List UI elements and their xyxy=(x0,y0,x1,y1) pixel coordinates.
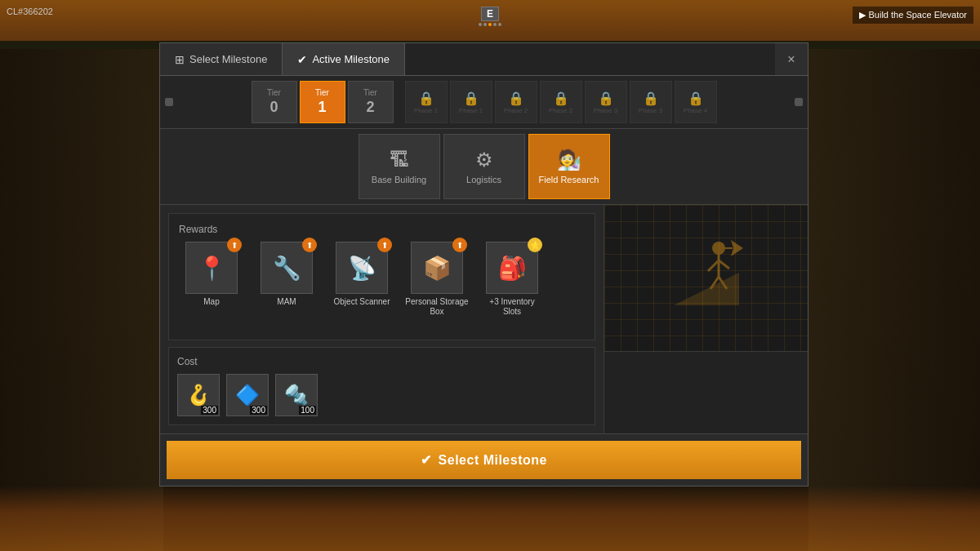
svg-line-3 xyxy=(708,260,719,271)
cost-item-2: 🔷 300 xyxy=(226,374,269,416)
phase-1b-label: Phase 1 xyxy=(459,107,483,114)
reward-map-icon-wrap: ⬆ 📍 xyxy=(185,242,238,294)
tier-0-label: Tier xyxy=(267,88,281,97)
reward-scanner-icon-wrap: ⬆ 📡 xyxy=(336,242,388,294)
lock-icon-4: 🔒 xyxy=(553,91,569,106)
category-base-building[interactable]: 🏗 Base Building xyxy=(359,134,440,199)
tier-0-number: 0 xyxy=(270,99,278,116)
tier-2-label: Tier xyxy=(363,88,377,97)
reward-scanner-label: Object Scanner xyxy=(334,297,390,307)
tier-1[interactable]: Tier 1 xyxy=(300,81,345,123)
preview-area xyxy=(604,205,808,352)
content-area: Rewards ⬆ 📍 Map ⬆ 🔧 MA xyxy=(160,205,808,433)
reward-inventory-label: +3 Inventory Slots xyxy=(479,297,545,317)
logistics-label: Logistics xyxy=(466,175,501,184)
cost-amount-3: 100 xyxy=(299,406,316,415)
reward-storage-badge: ⬆ xyxy=(452,238,467,252)
milestone-dialog: ⊞ Select Milestone ✔ Active Milestone × … xyxy=(159,42,808,487)
phase-2b-label: Phase 2 xyxy=(549,107,572,114)
category-field-research[interactable]: 🧑‍🔬 Field Research xyxy=(528,134,610,199)
progress-dots xyxy=(479,23,501,26)
phase-3a[interactable]: 🔒 Phase 3 xyxy=(585,81,627,123)
dialog-tabs: ⊞ Select Milestone ✔ Active Milestone × xyxy=(160,43,808,76)
dot-4 xyxy=(493,23,497,26)
reward-inventory-badge: ⭐ xyxy=(528,238,542,252)
right-panel xyxy=(604,205,808,433)
reward-scanner-icon: 📡 xyxy=(348,255,376,282)
category-logistics[interactable]: ⚙ Logistics xyxy=(443,134,525,199)
mission-text: ▶ Build the Space Elevator xyxy=(853,7,973,24)
dot-1 xyxy=(479,23,482,26)
cost-item-3: 🔩 100 xyxy=(275,374,318,416)
close-button[interactable]: × xyxy=(775,43,808,75)
phase-1a[interactable]: 🔒 Phase 1 xyxy=(405,81,448,123)
select-btn-area: ✔ Select Milestone xyxy=(160,433,808,486)
lock-icon-3: 🔒 xyxy=(508,91,524,106)
preview-lower xyxy=(604,352,808,433)
scene-left xyxy=(0,49,163,551)
reward-storage-icon: 📦 xyxy=(423,255,452,282)
dot-2 xyxy=(483,23,487,26)
tab-select-milestone[interactable]: ⊞ Select Milestone xyxy=(160,43,283,75)
tier-1-label: Tier xyxy=(315,88,329,97)
tab2-label: Active Milestone xyxy=(312,53,390,65)
reward-inventory-icon-wrap: ⭐ 🎒 xyxy=(486,242,538,294)
categories-row: 🏗 Base Building ⚙ Logistics 🧑‍🔬 Field Re… xyxy=(160,129,808,205)
check-icon: ✔ xyxy=(297,53,307,66)
reward-scanner-badge: ⬆ xyxy=(377,238,392,252)
tab-active-milestone[interactable]: ✔ Active Milestone xyxy=(283,43,405,75)
reward-map-icon: 📍 xyxy=(198,255,226,282)
lock-icon-6: 🔒 xyxy=(643,91,659,106)
e-key: E xyxy=(481,7,499,21)
player-id: CL#366202 xyxy=(7,7,53,16)
svg-line-4 xyxy=(719,260,729,269)
lock-icon-2: 🔒 xyxy=(463,91,479,106)
reward-mam-label: MAM xyxy=(277,297,296,307)
lock-icon-1: 🔒 xyxy=(418,91,434,106)
cost-items: 🪝 300 🔷 300 🔩 100 xyxy=(177,374,586,416)
select-check-icon: ✔ xyxy=(421,452,432,468)
phase-2b[interactable]: 🔒 Phase 2 xyxy=(540,81,582,123)
hud-center: E xyxy=(479,7,501,26)
hud-id: CL#366202 xyxy=(7,7,53,16)
reward-storage-label: Personal Storage Box xyxy=(404,297,470,317)
reward-mam-icon-wrap: ⬆ 🔧 xyxy=(261,242,313,294)
tier-items: Tier 0 Tier 1 Tier 2 🔒 Phase 1 🔒 Phase xyxy=(173,81,795,123)
tier-row: Tier 0 Tier 1 Tier 2 🔒 Phase 1 🔒 Phase xyxy=(160,76,808,129)
mission-label: Build the Space Elevator xyxy=(869,10,967,20)
base-building-icon: 🏗 xyxy=(390,149,409,171)
base-building-label: Base Building xyxy=(372,175,426,184)
phase-4-label: Phase 4 xyxy=(684,107,707,114)
tier-1-number: 1 xyxy=(318,99,326,116)
phase-3b[interactable]: 🔒 Phase 3 xyxy=(630,81,672,123)
phase-4[interactable]: 🔒 Phase 4 xyxy=(675,81,717,123)
reward-scanner: ⬆ 📡 Object Scanner xyxy=(329,242,394,317)
tier-2[interactable]: Tier 2 xyxy=(348,81,394,123)
phase-2a[interactable]: 🔒 Phase 2 xyxy=(495,81,537,123)
logistics-icon: ⚙ xyxy=(475,149,493,171)
close-label: × xyxy=(787,52,795,67)
phase-3b-label: Phase 3 xyxy=(639,107,662,114)
phase-3a-label: Phase 3 xyxy=(594,107,617,114)
rewards-label: Rewards xyxy=(179,224,585,235)
field-research-label: Field Research xyxy=(539,175,599,184)
left-panel: Rewards ⬆ 📍 Map ⬆ 🔧 MA xyxy=(160,205,604,433)
tier-2-number: 2 xyxy=(366,99,374,116)
corner-tl xyxy=(165,98,173,106)
cost-area: Cost 🪝 300 🔷 300 xyxy=(168,347,595,425)
preview-figure xyxy=(666,224,747,333)
select-milestone-label: Select Milestone xyxy=(439,453,547,468)
dot-5 xyxy=(498,23,501,26)
reward-storage-icon-wrap: ⬆ 📦 xyxy=(411,242,463,294)
select-milestone-button[interactable]: ✔ Select Milestone xyxy=(167,441,801,479)
field-research-icon: 🧑‍🔬 xyxy=(557,149,581,171)
dot-3 xyxy=(488,23,492,26)
reward-inventory-slots: ⭐ 🎒 +3 Inventory Slots xyxy=(479,242,545,317)
tier-0[interactable]: Tier 0 xyxy=(252,81,297,123)
cost-icon-spool: 🪝 xyxy=(186,384,211,407)
svg-marker-0 xyxy=(674,273,739,305)
machine-bottom xyxy=(0,486,980,551)
reward-map-label: Map xyxy=(203,297,219,307)
phase-1b[interactable]: 🔒 Phase 1 xyxy=(450,81,492,123)
rewards-grid: ⬆ 📍 Map ⬆ 🔧 MAM ⬆ xyxy=(179,242,585,317)
